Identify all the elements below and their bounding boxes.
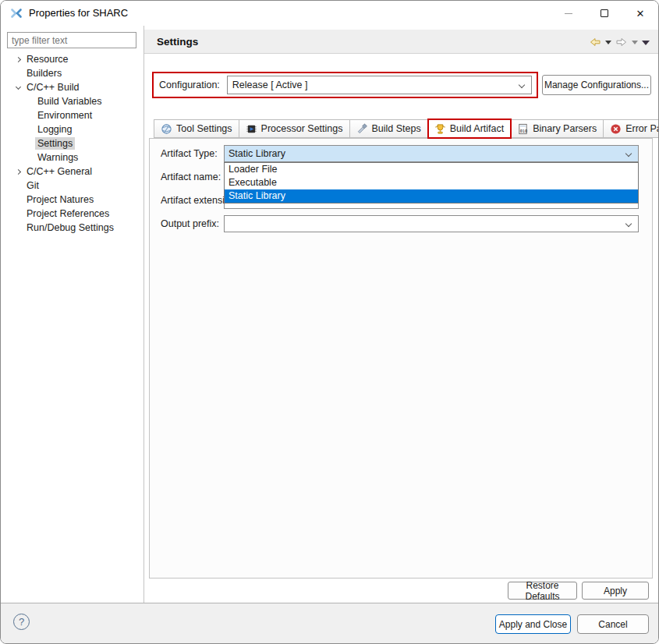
tree-item-logging[interactable]: Logging <box>1 122 143 136</box>
output-prefix-label: Output prefix: <box>161 215 223 232</box>
sidebar-divider <box>143 26 144 603</box>
build-steps-icon <box>356 123 368 135</box>
tool-settings-icon <box>161 123 172 135</box>
configuration-label: Configuration: <box>159 80 220 90</box>
sidebar: Resource Builders C/C++ Build Build Vari… <box>1 26 143 603</box>
tab-build-steps[interactable]: Build Steps <box>350 119 428 138</box>
forward-history-dropdown-icon[interactable] <box>632 41 638 44</box>
svg-text:010: 010 <box>520 128 527 133</box>
tree-item-resource[interactable]: Resource <box>1 52 143 66</box>
help-icon[interactable]: ? <box>13 614 30 630</box>
tree-item-settings[interactable]: Settings <box>1 136 143 150</box>
tree-item-project-references[interactable]: Project References <box>1 207 143 221</box>
tree-item-project-natures[interactable]: Project Natures <box>1 193 143 207</box>
tree-item-run-debug-settings[interactable]: Run/Debug Settings <box>1 221 143 235</box>
tree-item-cpp-general[interactable]: C/C++ General <box>1 165 143 179</box>
tab-error-parsers[interactable]: Error Parsers <box>604 119 659 138</box>
page-title: Settings <box>157 30 198 54</box>
binary-parsers-icon: 010 <box>517 123 529 135</box>
back-arrow-icon[interactable] <box>589 36 601 48</box>
page-header: Settings <box>144 30 659 54</box>
tree-item-cpp-build[interactable]: C/C++ Build <box>1 80 143 94</box>
title-bar: Properties for SHARC ✕ <box>1 1 658 26</box>
artifact-type-value: Static Library <box>229 148 285 159</box>
history-nav <box>589 30 650 54</box>
dropdown-option-static-library[interactable]: Static Library <box>225 189 638 203</box>
filter-input[interactable] <box>7 32 136 48</box>
window-controls: ✕ <box>551 1 658 26</box>
build-artifact-trophy-icon <box>434 123 446 135</box>
properties-dialog: Properties for SHARC ✕ Resource Builders… <box>0 0 659 644</box>
footer-bar: ? Apply and Close Cancel <box>1 603 658 644</box>
dropdown-option-executable[interactable]: Executable <box>225 176 638 189</box>
artifact-name-label: Artifact name: <box>161 168 223 186</box>
configuration-annotation-box: Configuration: Release [ Active ] <box>152 72 538 98</box>
configuration-select[interactable]: Release [ Active ] <box>227 76 532 94</box>
restore-defaults-button[interactable]: Restore Defaults <box>508 582 577 600</box>
tab-processor-settings[interactable]: Processor Settings <box>239 119 350 138</box>
cancel-button[interactable]: Cancel <box>577 614 649 634</box>
app-logo-icon <box>10 7 23 19</box>
chevron-down-icon <box>519 82 525 88</box>
tree-item-build-variables[interactable]: Build Variables <box>1 94 143 108</box>
output-prefix-select[interactable] <box>224 215 639 232</box>
processor-settings-icon <box>246 123 257 135</box>
window-title: Properties for SHARC <box>29 1 128 26</box>
back-history-dropdown-icon[interactable] <box>605 41 611 44</box>
maximize-button[interactable] <box>586 1 622 26</box>
apply-button[interactable]: Apply <box>582 582 649 600</box>
forward-arrow-icon[interactable] <box>615 36 628 48</box>
tree-item-warnings[interactable]: Warnings <box>1 150 143 165</box>
tab-tool-settings[interactable]: Tool Settings <box>154 119 239 138</box>
manage-configurations-button[interactable]: Manage Configurations... <box>542 75 651 95</box>
maximize-icon <box>601 9 608 17</box>
dropdown-option-loader-file[interactable]: Loader File <box>225 163 638 176</box>
artifact-type-label: Artifact Type: <box>161 145 223 162</box>
artifact-type-dropdown: Loader File Executable Static Library <box>224 162 639 203</box>
chevron-down-icon <box>625 150 632 157</box>
chevron-down-icon <box>625 221 632 227</box>
close-button[interactable]: ✕ <box>622 1 658 26</box>
view-menu-icon[interactable] <box>642 41 650 45</box>
tab-build-artifact[interactable]: Build Artifact <box>428 119 511 138</box>
artifact-type-select[interactable]: Static Library <box>224 145 639 162</box>
tree-item-environment[interactable]: Environment <box>1 108 143 122</box>
properties-tree: Resource Builders C/C++ Build Build Vari… <box>1 52 143 235</box>
minimize-button[interactable] <box>551 1 586 26</box>
tree-item-git[interactable]: Git <box>1 179 143 193</box>
expand-chevron-icon[interactable] <box>12 58 24 62</box>
settings-tabbar: Tool Settings Processor Settings Build S… <box>154 119 659 138</box>
apply-and-close-button[interactable]: Apply and Close <box>495 614 571 634</box>
configuration-value: Release [ Active ] <box>232 80 308 90</box>
tab-binary-parsers[interactable]: 010 Binary Parsers <box>511 119 604 138</box>
expand-chevron-icon[interactable] <box>12 170 24 174</box>
collapse-chevron-icon[interactable] <box>12 87 24 89</box>
tree-item-builders[interactable]: Builders <box>1 66 143 80</box>
artifact-extension-label: Artifact extension: <box>161 192 223 209</box>
error-parsers-icon <box>610 123 622 135</box>
minimize-icon <box>565 13 572 14</box>
close-icon: ✕ <box>636 9 645 19</box>
